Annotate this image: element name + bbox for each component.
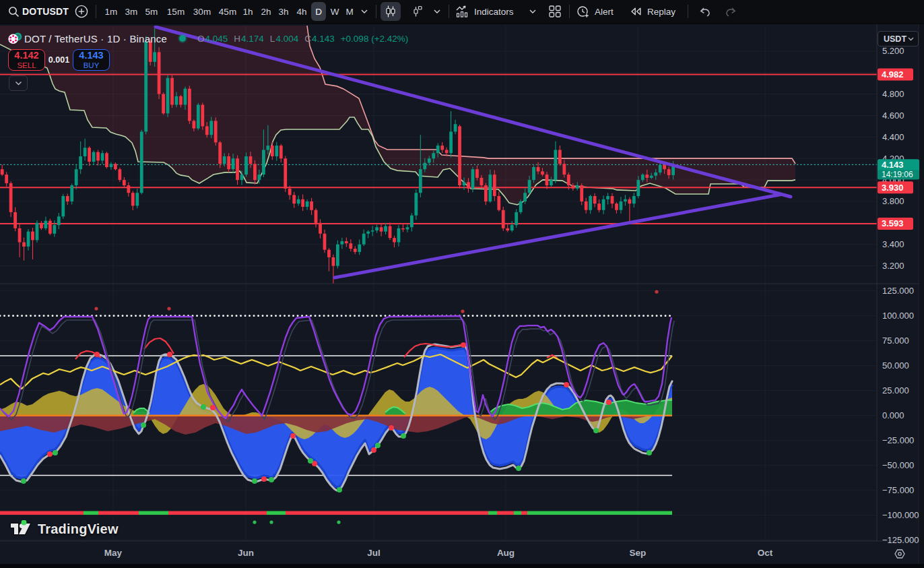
svg-text:4.143: 4.143 [882, 160, 904, 170]
candlestick-chart-icon [384, 5, 397, 18]
svg-text:3.400: 3.400 [882, 239, 904, 249]
undo-button[interactable] [695, 0, 715, 23]
toolbar-separator [449, 5, 449, 18]
timeframe-1h[interactable]: 1h [239, 0, 257, 23]
ohlc-open-value: 4.045 [205, 34, 228, 44]
timeframe-3m[interactable]: 3m [123, 0, 140, 23]
currency-label: USDT [884, 34, 906, 44]
timeframe-menu-button[interactable] [357, 0, 372, 23]
svg-text:25.000: 25.000 [882, 385, 909, 396]
symbol-logo [8, 31, 23, 46]
tradingview-app: 5.2004.8004.6004.4004.2004.0003.8003.400… [0, 0, 924, 568]
symbol-name[interactable]: DOTUSDT [22, 0, 65, 23]
plus-circle-icon [74, 4, 89, 19]
svg-text:100.000: 100.000 [882, 311, 914, 321]
chevron-down-icon [908, 37, 914, 41]
indicators-icon [455, 5, 469, 18]
compare-add-button[interactable] [72, 0, 91, 23]
ohlc-high-label: H [234, 34, 240, 44]
replay-button[interactable]: Replay [629, 0, 683, 23]
replay-icon [629, 5, 642, 18]
toolbar-separator [96, 5, 96, 18]
svg-text:0.000: 0.000 [882, 410, 904, 420]
buy-button[interactable]: 4.143 BUY [73, 49, 110, 71]
layout-grid-button[interactable] [546, 0, 564, 23]
svg-text:75.000: 75.000 [882, 336, 909, 346]
top-toolbar: DOTUSDT 1m3m5m15m30m45m1h2h3h4hDWM [0, 0, 924, 24]
pair-title[interactable]: DOT / TetherUS · 1D · Binance [24, 33, 167, 44]
svg-text:4.600: 4.600 [882, 111, 904, 121]
toolbar-separator [376, 5, 376, 18]
replay-label: Replay [647, 7, 675, 17]
ohlc-close-label: C [304, 34, 311, 44]
ohlc-close-value: 4.143 [312, 34, 335, 44]
buy-label: BUY [84, 61, 100, 69]
indicators-menu-button[interactable] [525, 0, 540, 23]
timeframe-2h[interactable]: 2h [257, 0, 275, 23]
svg-text:Jul: Jul [367, 548, 381, 558]
redo-button[interactable] [721, 0, 741, 23]
symbol-header: DOT / TetherUS · 1D · Binance O4.045 H4.… [8, 32, 408, 45]
redo-icon [724, 6, 737, 17]
svg-text:5.200: 5.200 [882, 46, 904, 56]
spread-value: 0.001 [45, 55, 73, 65]
sell-button[interactable]: 4.142 SELL [8, 49, 45, 71]
collapse-panel-button[interactable] [9, 75, 28, 91]
sell-label: SELL [17, 61, 36, 69]
chevron-down-icon [15, 81, 22, 86]
timeframe-3h[interactable]: 3h [275, 0, 292, 23]
toolbar-separator [688, 5, 688, 18]
svg-text:−125.000: −125.000 [882, 535, 919, 545]
svg-text:4.400: 4.400 [882, 132, 904, 142]
currency-selector[interactable]: USDT [878, 31, 919, 46]
symbol-search-button[interactable] [5, 0, 22, 23]
timeframe-5m[interactable]: 5m [143, 0, 160, 23]
grid-layout-icon [548, 5, 562, 18]
chart-style-menu-button[interactable] [430, 0, 444, 23]
chart-canvas[interactable]: 5.2004.8004.6004.4004.2004.0003.8003.400… [0, 0, 924, 568]
chart-style-alt-button[interactable] [407, 0, 428, 23]
timeframe-D[interactable]: D [311, 2, 326, 21]
tradingview-watermark[interactable]: TradingView [9, 520, 119, 538]
watermark-text: TradingView [38, 522, 119, 537]
svg-text:−75.000: −75.000 [882, 485, 914, 495]
svg-text:3.800: 3.800 [882, 196, 904, 206]
timeframe-45m[interactable]: 45m [216, 0, 239, 23]
timeframe-1m[interactable]: 1m [102, 0, 120, 23]
indicators-label: Indicators [474, 7, 514, 17]
timeframe-30m[interactable]: 30m [191, 0, 213, 23]
svg-text:4.800: 4.800 [882, 89, 904, 99]
svg-text:4.982: 4.982 [882, 69, 904, 80]
sell-price: 4.142 [14, 51, 38, 61]
undo-icon [698, 6, 712, 17]
trade-buttons: 4.142 SELL 0.001 4.143 BUY [8, 49, 110, 71]
svg-text:14:19:06: 14:19:06 [882, 170, 913, 179]
svg-text:Aug: Aug [497, 548, 515, 558]
tradingview-logo-icon [9, 520, 32, 538]
search-icon [8, 6, 20, 18]
svg-text:−25.000: −25.000 [882, 435, 914, 445]
timeframe-4h[interactable]: 4h [293, 0, 310, 23]
ohlc-high-value: 4.174 [241, 34, 264, 44]
chevron-down-icon [529, 9, 536, 13]
svg-text:−100.000: −100.000 [882, 510, 919, 520]
indicators-button[interactable]: Indicators [455, 0, 523, 23]
ohlc-change-value: +0.098 (+2.42%) [341, 34, 409, 44]
ohlc-open-label: O [197, 34, 205, 44]
svg-text:125.000: 125.000 [882, 286, 914, 296]
svg-text:50.000: 50.000 [882, 360, 909, 371]
ohlc-low-value: 4.004 [275, 34, 298, 44]
chevron-down-icon [434, 9, 440, 13]
svg-text:3.200: 3.200 [882, 261, 904, 271]
chevron-down-icon [361, 9, 368, 13]
ohlc-low-label: L [270, 34, 275, 44]
svg-text:3.593: 3.593 [882, 218, 904, 228]
timeframe-M[interactable]: M [342, 0, 357, 23]
timeframe-W[interactable]: W [327, 0, 342, 23]
buy-price: 4.143 [79, 51, 103, 61]
svg-text:Jun: Jun [238, 548, 254, 558]
chart-style-candles-button[interactable] [381, 2, 401, 21]
svg-text:Oct: Oct [758, 548, 773, 558]
timeframe-15m[interactable]: 15m [165, 0, 187, 23]
alert-button[interactable]: Alert [576, 0, 623, 23]
